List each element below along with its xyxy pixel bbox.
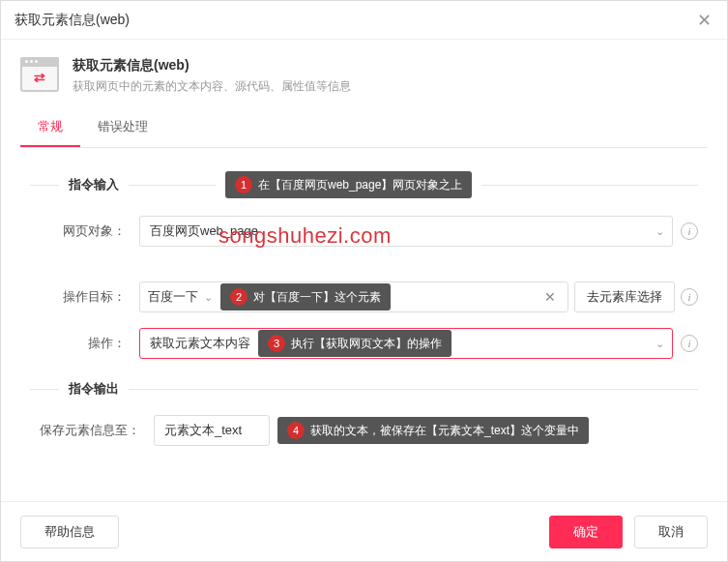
annotation-2-badge: 2 bbox=[230, 288, 248, 306]
input-save-to[interactable]: 元素文本_text bbox=[154, 415, 270, 446]
tabs: 常规 错误处理 bbox=[20, 108, 708, 148]
info-icon[interactable]: i bbox=[681, 335, 698, 352]
titlebar: 获取元素信息(web) ✕ bbox=[1, 1, 727, 40]
label-web-object: 网页对象： bbox=[30, 222, 131, 240]
tab-error[interactable]: 错误处理 bbox=[80, 108, 165, 147]
annotation-3: 3 执行【获取网页文本】的操作 bbox=[258, 330, 451, 357]
chevron-down-icon: ⌄ bbox=[204, 291, 213, 304]
annotation-3-badge: 3 bbox=[268, 335, 285, 352]
section-output-header: 指令输出 bbox=[30, 380, 698, 398]
footer: 帮助信息 确定 取消 bbox=[1, 501, 727, 561]
section-output-label: 指令输出 bbox=[69, 380, 119, 398]
section-input-label: 指令输入 bbox=[69, 176, 119, 193]
section-input-header: 指令输入 1 在【百度网页web_page】网页对象之上 bbox=[30, 171, 698, 198]
chevron-down-icon: ⌄ bbox=[655, 338, 664, 350]
app-icon: ⇄ bbox=[20, 57, 59, 92]
annotation-3-text: 执行【获取网页文本】的操作 bbox=[291, 336, 442, 352]
header: ⇄ 获取元素信息(web) 获取网页中的元素的文本内容、源代码、属性值等信息 bbox=[1, 40, 727, 108]
row-web-object: 网页对象： 百度网页web_page ⌄ i bbox=[30, 216, 698, 247]
annotation-2: 2 对【百度一下】这个元素 bbox=[220, 283, 391, 311]
select-operation[interactable]: 获取元素文本内容 3 执行【获取网页文本】的操作 ⌄ bbox=[139, 328, 673, 359]
select-web-object[interactable]: 百度网页web_page ⌄ bbox=[139, 216, 673, 247]
ok-button[interactable]: 确定 bbox=[549, 516, 623, 548]
content: 指令输入 1 在【百度网页web_page】网页对象之上 网页对象： 百度网页w… bbox=[1, 148, 727, 501]
chevron-down-icon: ⌄ bbox=[655, 225, 664, 238]
target-value: 百度一下 bbox=[148, 288, 198, 306]
annotation-2-text: 对【百度一下】这个元素 bbox=[253, 289, 381, 306]
help-button[interactable]: 帮助信息 bbox=[20, 516, 119, 548]
label-target: 操作目标： bbox=[30, 288, 131, 306]
annotation-1: 1 在【百度网页web_page】网页对象之上 bbox=[225, 171, 472, 198]
target-box[interactable]: 百度一下 ⌄ 2 对【百度一下】这个元素 ✕ bbox=[139, 281, 568, 312]
dialog: 获取元素信息(web) ✕ ⇄ 获取元素信息(web) 获取网页中的元素的文本内… bbox=[0, 0, 728, 562]
row-operation: 操作： 获取元素文本内容 3 执行【获取网页文本】的操作 ⌄ i bbox=[30, 328, 698, 359]
header-title: 获取元素信息(web) bbox=[73, 57, 351, 74]
close-icon: ✕ bbox=[697, 10, 712, 31]
cancel-button[interactable]: 取消 bbox=[634, 516, 708, 548]
goto-library-button[interactable]: 去元素库选择 bbox=[574, 281, 675, 312]
info-icon[interactable]: i bbox=[681, 288, 698, 306]
header-text: 获取元素信息(web) 获取网页中的元素的文本内容、源代码、属性值等信息 bbox=[73, 57, 351, 95]
annotation-4-text: 获取的文本，被保存在【元素文本_text】这个变量中 bbox=[310, 423, 579, 439]
annotation-4-badge: 4 bbox=[287, 422, 305, 439]
close-button[interactable]: ✕ bbox=[694, 11, 713, 30]
dialog-title: 获取元素信息(web) bbox=[15, 12, 130, 29]
select-web-object-value: 百度网页web_page bbox=[150, 222, 258, 240]
label-save-to: 保存元素信息至： bbox=[30, 422, 146, 439]
select-operation-value: 获取元素文本内容 bbox=[150, 335, 250, 352]
annotation-1-badge: 1 bbox=[235, 176, 252, 193]
info-icon[interactable]: i bbox=[681, 222, 698, 240]
annotation-1-text: 在【百度网页web_page】网页对象之上 bbox=[258, 177, 462, 193]
header-subtitle: 获取网页中的元素的文本内容、源代码、属性值等信息 bbox=[73, 78, 351, 95]
annotation-4: 4 获取的文本，被保存在【元素文本_text】这个变量中 bbox=[277, 417, 589, 444]
clear-target-button[interactable]: ✕ bbox=[540, 289, 560, 305]
label-operation: 操作： bbox=[30, 335, 131, 352]
tab-general[interactable]: 常规 bbox=[20, 108, 80, 147]
row-target: 操作目标： 百度一下 ⌄ 2 对【百度一下】这个元素 ✕ 去元素库选择 i bbox=[30, 281, 698, 312]
row-save-to: 保存元素信息至： 元素文本_text 4 获取的文本，被保存在【元素文本_tex… bbox=[30, 415, 698, 446]
input-save-to-value: 元素文本_text bbox=[164, 422, 242, 439]
